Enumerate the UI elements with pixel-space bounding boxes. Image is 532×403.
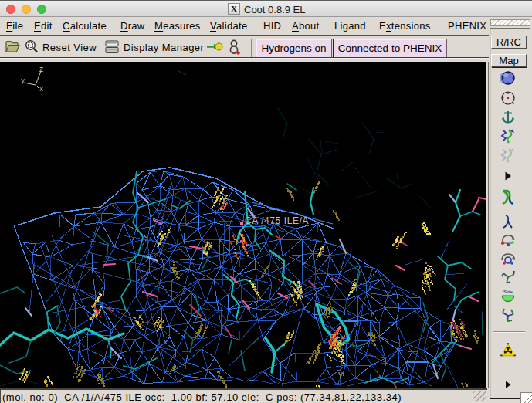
svg-text:x: x [39,86,43,93]
svg-text:Z: Z [39,66,43,74]
svg-text:Side: Side [503,290,513,294]
svg-text:y: y [21,77,25,85]
svg-text:CA /475 ILE/A: CA /475 ILE/A [245,215,309,226]
